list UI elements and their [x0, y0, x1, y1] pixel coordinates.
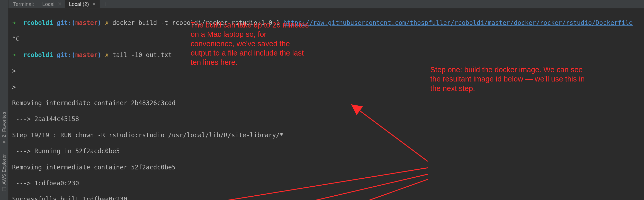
output-gt-1: > — [12, 67, 640, 75]
terminal-output[interactable]: ➜ rcoboldi git:(master) ✗ docker build -… — [8, 8, 644, 200]
tab-local-2-title: Local (2) — [69, 1, 89, 7]
prompt-branch: master — [75, 19, 98, 26]
prompt-git: git: — [57, 19, 71, 26]
tab-local[interactable]: Local ✕ — [39, 0, 65, 8]
tab-local-title: Local — [42, 1, 55, 7]
prompt-line-1: ➜ rcoboldi git:(master) ✗ docker build -… — [12, 19, 640, 27]
annotation-left: The build can take up to 20 minutes on a… — [191, 20, 350, 67]
command-tail: tail -10 out.txt — [112, 51, 172, 59]
cube-icon: ⬚ — [1, 187, 7, 193]
sidebar-favorites-label: 2: Favorites — [2, 112, 7, 138]
tabbar-label: Terminal: — [8, 1, 39, 7]
prompt-user: rcoboldi — [23, 19, 53, 26]
close-icon[interactable]: ✕ — [92, 1, 96, 7]
dockerfile-url-link[interactable]: https://raw.githubusercontent.com/thospf… — [283, 19, 633, 26]
star-icon: ★ — [1, 140, 7, 145]
output-line: ---> 1cdfbea0c230 — [12, 179, 640, 187]
output-success-built: Successfully built 1cdfbea0c230 — [12, 195, 640, 200]
close-icon[interactable]: ✕ — [58, 1, 61, 7]
output-line: Step 19/19 : RUN chown -R rstudio:rstudi… — [12, 131, 640, 139]
output-line: Removing intermediate container 2b48326c… — [12, 99, 640, 107]
prompt-rparen: ) — [97, 19, 101, 26]
terminal-tabbar: Terminal: Local ✕ Local (2) ✕ + — [8, 0, 644, 8]
sidebar-aws-label: AWS Explorer — [2, 154, 7, 185]
prompt-dirty-icon: ✗ — [105, 19, 109, 26]
prompt-arrow: ➜ — [12, 19, 16, 26]
sidebar-aws-explorer[interactable]: ⬚ AWS Explorer — [1, 154, 7, 192]
tab-local-2[interactable]: Local (2) ✕ — [65, 0, 100, 8]
new-tab-button[interactable]: + — [100, 0, 112, 8]
output-caret-c: ^C — [12, 35, 640, 43]
output-line: ---> Running in 52f2acdc0be5 — [12, 147, 640, 155]
prompt-lparen: ( — [71, 19, 75, 26]
output-line: Removing intermediate container 52f2acdc… — [12, 163, 640, 171]
sidebar-favorites[interactable]: ★ 2: Favorites — [1, 112, 7, 145]
output-gt-2: > — [12, 83, 640, 91]
prompt-line-2: ➜ rcoboldi git:(master) ✗ tail -10 out.t… — [12, 51, 640, 59]
command-docker-build: docker build -t rcoboldi/rocker-rstudio:… — [112, 19, 283, 26]
output-line: ---> 2aa144c45158 — [12, 115, 640, 123]
ide-sidebar: ★ 2: Favorites ⬚ AWS Explorer — [0, 0, 8, 200]
